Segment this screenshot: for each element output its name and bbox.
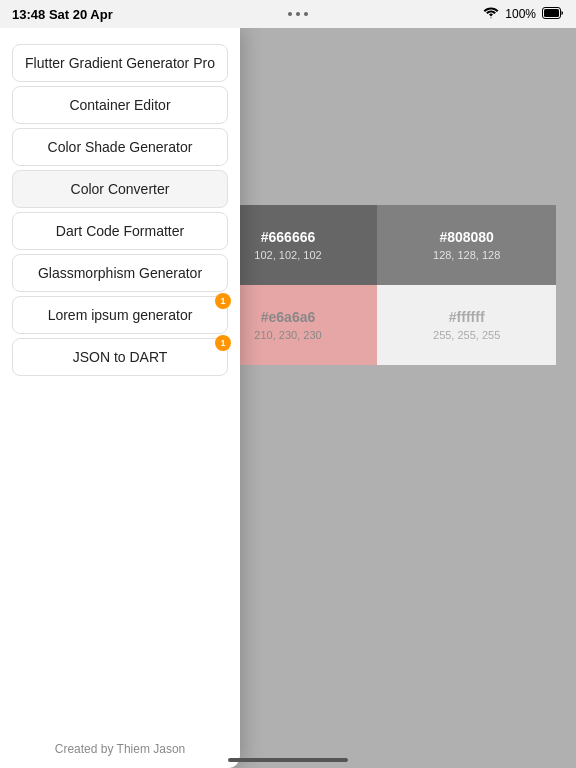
- status-time: 13:48 Sat 20 Apr: [12, 7, 113, 22]
- status-center: [288, 12, 308, 16]
- shade-hex: #808080: [439, 229, 494, 245]
- shade-hex: #e6a6a6: [261, 309, 316, 325]
- navigation-drawer: Flutter Gradient Generator ProContainer …: [0, 28, 240, 768]
- drawer-footer: Created by Thiem Jason: [12, 734, 228, 756]
- shade-cell[interactable]: #808080128, 128, 128: [377, 205, 556, 285]
- drawer-item-json-to-dart[interactable]: JSON to DART1: [12, 338, 228, 376]
- drawer-item-flutter-gradient-generator-pro[interactable]: Flutter Gradient Generator Pro: [12, 44, 228, 82]
- shade-rgb: 255, 255, 255: [433, 329, 500, 341]
- status-right: 100%: [483, 7, 564, 22]
- drawer-item-label: Container Editor: [69, 97, 170, 113]
- shade-rgb: 128, 128, 128: [433, 249, 500, 261]
- drawer-item-label: JSON to DART: [73, 349, 168, 365]
- drawer-item-color-shade-generator[interactable]: Color Shade Generator: [12, 128, 228, 166]
- svg-rect-1: [544, 9, 559, 17]
- dot2: [296, 12, 300, 16]
- drawer-item-label: Color Converter: [71, 181, 170, 197]
- shade-rgb: 102, 102, 102: [254, 249, 321, 261]
- wifi-icon: [483, 7, 499, 22]
- battery-text: 100%: [505, 7, 536, 21]
- home-indicator: [228, 758, 348, 762]
- drawer-item-container-editor[interactable]: Container Editor: [12, 86, 228, 124]
- drawer-item-label: Glassmorphism Generator: [38, 265, 202, 281]
- shade-cell[interactable]: #ffffff255, 255, 255: [377, 285, 556, 365]
- drawer-item-lorem-ipsum-generator[interactable]: Lorem ipsum generator1: [12, 296, 228, 334]
- drawer-item-label: Dart Code Formatter: [56, 223, 184, 239]
- shade-hex: #ffffff: [449, 309, 485, 325]
- badge: 1: [215, 335, 231, 351]
- shade-hex: #666666: [261, 229, 316, 245]
- drawer-item-label: Color Shade Generator: [48, 139, 193, 155]
- drawer-item-label: Flutter Gradient Generator Pro: [25, 55, 215, 71]
- dot1: [288, 12, 292, 16]
- drawer-items-container: Flutter Gradient Generator ProContainer …: [12, 44, 228, 380]
- drawer-item-color-converter[interactable]: Color Converter: [12, 170, 228, 208]
- dot3: [304, 12, 308, 16]
- badge: 1: [215, 293, 231, 309]
- drawer-item-glassmorphism-generator[interactable]: Glassmorphism Generator: [12, 254, 228, 292]
- shade-rgb: 210, 230, 230: [254, 329, 321, 341]
- drawer-item-dart-code-formatter[interactable]: Dart Code Formatter: [12, 212, 228, 250]
- battery-icon: [542, 7, 564, 22]
- status-bar: 13:48 Sat 20 Apr 100%: [0, 0, 576, 28]
- drawer-item-label: Lorem ipsum generator: [48, 307, 193, 323]
